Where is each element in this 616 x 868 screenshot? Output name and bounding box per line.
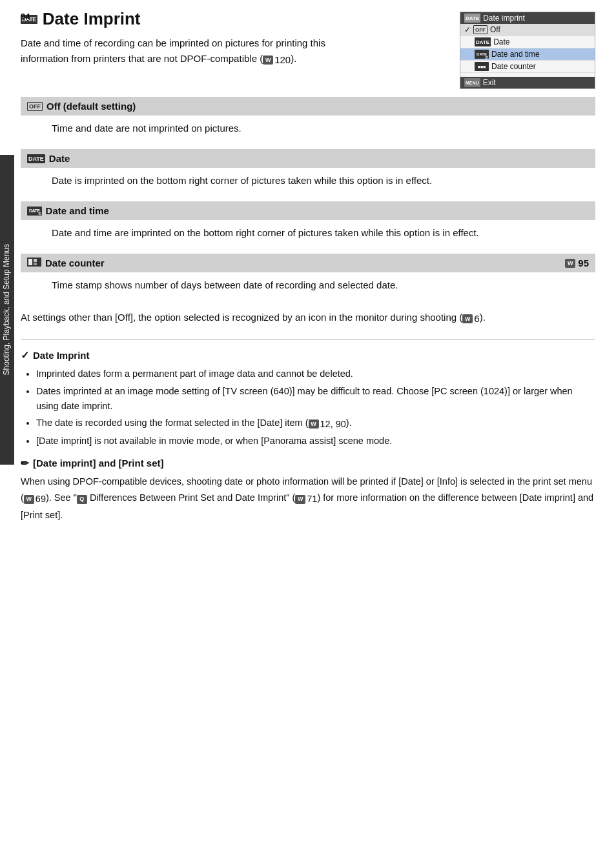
title-text: Date Imprint bbox=[43, 9, 141, 29]
menu-item-date[interactable]: DATE Date bbox=[460, 36, 595, 48]
ref-icon-71: W bbox=[295, 495, 305, 504]
ref-icon-69: W bbox=[24, 495, 34, 504]
section-header-date: DATE Date bbox=[21, 149, 595, 168]
section-text-date: Date is imprinted on the bottom right co… bbox=[52, 175, 432, 186]
section-text-datetime: Date and time are imprinted on the botto… bbox=[52, 227, 479, 238]
notes-section: ✓ Date Imprint Imprinted dates form a pe… bbox=[21, 339, 595, 523]
menu-box-title-text: Date imprint bbox=[483, 14, 525, 23]
section-title-date: Date bbox=[49, 153, 70, 164]
section-text-datectr: Time stamp shows number of days between … bbox=[52, 279, 398, 290]
svg-rect-5 bbox=[34, 263, 37, 265]
no-check-datectr bbox=[464, 62, 472, 71]
off-section-icon: OFF bbox=[27, 102, 43, 111]
ref-icon-q: Q bbox=[77, 495, 87, 504]
checkmark-off: ✓ bbox=[464, 25, 471, 34]
menu-label-date-counter: Date counter bbox=[491, 62, 536, 71]
bullet-1: Imprinted dates form a permanent part of… bbox=[36, 367, 595, 381]
ref-icon-95: W bbox=[565, 259, 575, 268]
section-body-datetime: Date and time are imprinted on the botto… bbox=[21, 220, 595, 246]
date-counter-icon-menu: ■■■ bbox=[475, 62, 489, 71]
date-time-icon-menu: DATE⏱ bbox=[475, 50, 489, 59]
side-tab-label: Shooting, Playback, and Setup Menus bbox=[2, 244, 12, 375]
section-header-datectr: Date counter W 95 bbox=[21, 254, 595, 272]
pencil-title-text: [Date imprint] and [Print set] bbox=[33, 455, 164, 472]
date-section-icon: DATE bbox=[27, 154, 45, 163]
svg-rect-4 bbox=[34, 259, 37, 262]
side-tab: Shooting, Playback, and Setup Menus bbox=[0, 155, 14, 465]
menu-item-off[interactable]: ✓ OFF Off bbox=[460, 24, 595, 36]
section-header-datetime: DATE ⊙ Date and time bbox=[21, 201, 595, 220]
menu-box-footer: MENU Exit bbox=[460, 77, 595, 88]
section-body-date: Date is imprinted on the bottom right co… bbox=[21, 168, 595, 194]
pencil-note-title: ✏ [Date imprint] and [Print set] bbox=[21, 455, 595, 472]
section-header-off: OFF Off (default setting) bbox=[21, 97, 595, 116]
no-check-date bbox=[464, 37, 472, 46]
ref-icon-12: W bbox=[309, 419, 319, 429]
menu-item-date-counter[interactable]: ■■■ Date counter bbox=[460, 61, 595, 73]
section-title-off: Off (default setting) bbox=[46, 101, 136, 112]
menu-icon-footer: MENU bbox=[464, 78, 480, 87]
menu-label-date-time: Date and time bbox=[491, 50, 540, 59]
date-icon-menu: DATE bbox=[475, 37, 491, 46]
bullet-2: Dates imprinted at an image mode setting… bbox=[36, 384, 595, 414]
svg-rect-3 bbox=[28, 259, 32, 265]
pencil-note-body: When using DPOF-compatible devices, shoo… bbox=[21, 474, 595, 523]
bullet-4: [Date imprint] is not available in movie… bbox=[36, 434, 595, 449]
section-body-off: Time and date are not imprinted on pictu… bbox=[21, 116, 595, 141]
page-title: DATE Date Imprint bbox=[21, 9, 448, 29]
menu-box-title: DATE Date imprint bbox=[460, 12, 595, 24]
note-check-title-text: Date Imprint bbox=[33, 347, 90, 364]
menu-item-date-time[interactable]: DATE⏱ Date and time bbox=[460, 48, 595, 61]
date-time-section-icon: DATE ⊙ bbox=[27, 207, 42, 216]
ref-icon-6: W bbox=[462, 314, 473, 323]
date-counter-page-ref: W 95 bbox=[565, 257, 589, 268]
no-check-datetime bbox=[464, 50, 472, 59]
menu-label-off: Off bbox=[490, 25, 500, 34]
menu-footer-text: Exit bbox=[483, 78, 496, 87]
section-body-datectr: Time stamp shows number of days between … bbox=[21, 272, 595, 298]
date-counter-ref-page: 95 bbox=[578, 257, 589, 268]
intro-paragraph: Date and time of recording can be imprin… bbox=[21, 35, 350, 68]
svg-text:■■■: ■■■ bbox=[478, 65, 486, 69]
page-number: 94 bbox=[21, 12, 30, 21]
menu-box-title-icon: DATE bbox=[464, 14, 480, 23]
bullet-3: The date is recorded using the format se… bbox=[36, 416, 595, 432]
section-text-off: Time and date are not imprinted on pictu… bbox=[52, 123, 241, 134]
check-icon: ✓ bbox=[21, 347, 29, 364]
pencil-icon: ✏ bbox=[21, 455, 29, 472]
at-settings-paragraph: At settings other than [Off], the option… bbox=[21, 310, 595, 327]
bullet-list: Imprinted dates form a permanent part of… bbox=[21, 367, 595, 449]
section-title-datetime: Date and time bbox=[46, 205, 109, 216]
date-counter-section-icon bbox=[27, 257, 41, 268]
note-check-title: ✓ Date Imprint bbox=[21, 347, 595, 364]
section-title-datectr: Date counter bbox=[45, 257, 105, 268]
menu-box: DATE Date imprint ✓ OFF Off DATE Date DA… bbox=[460, 12, 595, 89]
menu-label-date: Date bbox=[493, 37, 509, 46]
ref-icon-120: W bbox=[263, 56, 273, 65]
off-icon: OFF bbox=[473, 25, 488, 34]
divider bbox=[21, 339, 595, 340]
